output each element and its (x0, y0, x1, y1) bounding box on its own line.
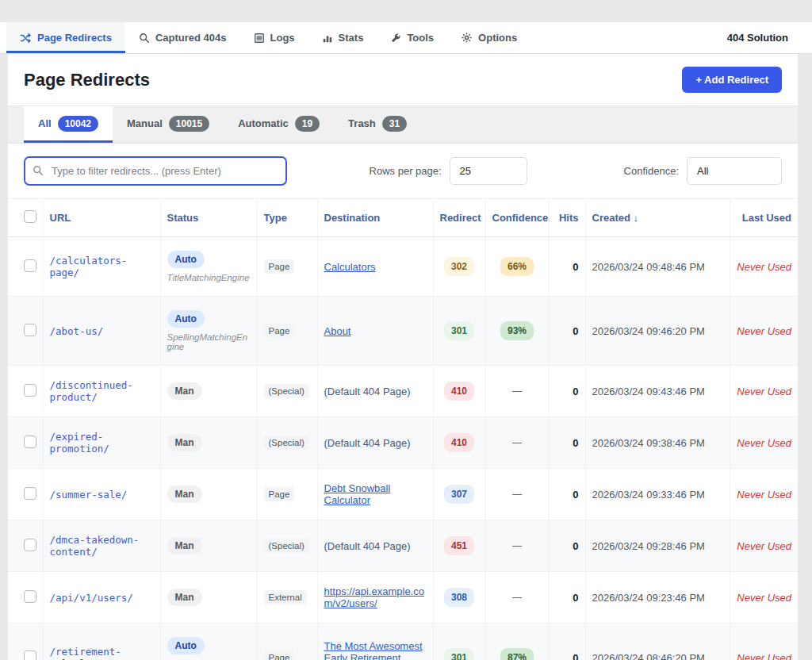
redirects-table: URL Status Type Destination Redirect Con… (8, 198, 798, 660)
tab-label: Trash (348, 117, 376, 129)
nav-tab-captured-404s[interactable]: Captured 404s (125, 22, 240, 53)
created-value: 2026/03/24 08:46:20 PM (592, 652, 705, 660)
row-url[interactable]: /summer-sale/ (50, 489, 128, 501)
row-checkbox[interactable] (24, 259, 36, 272)
hits-value: 0 (573, 540, 578, 552)
status-pill: Man (167, 485, 202, 503)
select-all-checkbox[interactable] (24, 210, 36, 223)
destination-link[interactable]: About (324, 325, 351, 337)
status-pill: Auto (167, 251, 205, 268)
tab-trash[interactable]: Trash 31 (334, 106, 421, 143)
row-url[interactable]: /dmca-takedown-content/ (50, 534, 140, 558)
row-url[interactable]: /abot-us/ (50, 325, 104, 337)
destination-link[interactable]: Debt Snowball Calculator (324, 482, 391, 506)
column-header-status[interactable]: Status (160, 199, 257, 237)
row-checkbox[interactable] (24, 436, 36, 448)
nav-tab-tools[interactable]: Tools (377, 22, 447, 53)
table-toolbar: Rows per page: 25 Confidence: All (8, 144, 798, 198)
confidence-badge: — (505, 536, 529, 555)
nav-tab-logs[interactable]: Logs (240, 22, 308, 53)
confidence-badge: — (505, 433, 529, 452)
row-checkbox[interactable] (24, 650, 36, 660)
row-checkbox[interactable] (24, 384, 36, 397)
rows-per-page-label: Rows per page: (370, 165, 442, 177)
column-header-destination[interactable]: Destination (317, 199, 433, 237)
row-url[interactable]: /calculators-page/ (50, 255, 128, 278)
column-header-url[interactable]: URL (43, 199, 160, 237)
confidence-filter-group: Confidence: All (624, 157, 782, 185)
destination-link[interactable]: https://api.example.com/v2/users/ (324, 585, 424, 609)
row-checkbox[interactable] (24, 324, 36, 336)
hits-value: 0 (573, 437, 578, 449)
tab-automatic[interactable]: Automatic 19 (224, 106, 334, 143)
destination-link[interactable]: Calculators (324, 261, 376, 273)
last-used-value: Never Used (737, 489, 791, 501)
row-url[interactable]: /discontinued-product/ (50, 379, 133, 403)
redirect-badge: 301 (444, 648, 474, 660)
redirect-badge: 302 (444, 257, 474, 276)
rows-per-page-select[interactable]: 25 (450, 157, 527, 185)
status-pill: Man (167, 537, 202, 554)
nav-tab-label: Tools (407, 32, 434, 44)
created-value: 2026/03/24 09:43:46 PM (592, 386, 705, 397)
column-header-last-used[interactable]: Last Used (730, 199, 798, 237)
destination-link: (Default 404 Page) (324, 386, 411, 397)
type-pill: Page (264, 324, 295, 338)
stats-icon (322, 33, 333, 44)
row-url[interactable]: /api/v1/users/ (50, 592, 133, 604)
row-checkbox[interactable] (24, 487, 36, 500)
confidence-badge: — (505, 382, 529, 401)
redirect-badge: 410 (444, 433, 474, 452)
page-redirects-panel: Page Redirects + Add Redirect All 10042 … (8, 54, 798, 660)
column-header-redirect[interactable]: Redirect (433, 199, 485, 237)
redirect-badge: 307 (444, 485, 474, 504)
filter-redirects-input[interactable] (24, 156, 287, 186)
last-used-value: Never Used (737, 652, 791, 660)
row-url[interactable]: /retirement-calculater/ (50, 646, 121, 660)
type-pill: (Special) (264, 436, 309, 450)
last-used-value: Never Used (737, 386, 791, 397)
tab-label: All (38, 117, 52, 129)
confidence-label: Confidence: (624, 165, 679, 177)
confidence-select[interactable]: All (687, 157, 782, 185)
redirect-badge: 301 (444, 321, 474, 340)
nav-tab-label: Page Redirects (37, 32, 112, 44)
column-header-created[interactable]: Created ↓ (585, 199, 730, 237)
nav-tab-stats[interactable]: Stats (308, 22, 377, 53)
redirect-badge: 410 (444, 382, 474, 401)
type-pill: External (264, 590, 307, 604)
redirect-badge: 451 (444, 536, 474, 555)
confidence-badge: — (505, 485, 529, 504)
table-row: /calculators-page/ Auto TitleMatchingEng… (8, 237, 798, 297)
search-box (24, 156, 287, 186)
nav-tab-label: Options (478, 32, 517, 44)
tab-count-badge: 10042 (58, 116, 98, 132)
hits-value: 0 (573, 325, 578, 337)
page-top-gutter (0, 0, 812, 22)
logs-icon (254, 33, 265, 44)
column-header-type[interactable]: Type (257, 199, 317, 237)
tab-label: Manual (127, 117, 163, 129)
nav-tab-options[interactable]: Options (447, 22, 530, 53)
column-header-confidence[interactable]: Confidence (485, 199, 549, 237)
status-pill: Auto (167, 637, 205, 654)
nav-tab-page-redirects[interactable]: Page Redirects (6, 22, 125, 53)
last-used-value: Never Used (737, 540, 791, 552)
tab-all[interactable]: All 10042 (24, 106, 113, 143)
row-checkbox[interactable] (24, 590, 36, 603)
status-engine: SpellingMatchingEngine (167, 332, 251, 351)
tab-manual[interactable]: Manual 10015 (113, 106, 224, 143)
plugin-brand: 404 Solution (727, 22, 788, 53)
confidence-badge: 93% (500, 321, 534, 340)
destination-link: (Default 404 Page) (324, 540, 411, 552)
last-used-value: Never Used (737, 261, 791, 273)
status-pill: Man (167, 382, 202, 400)
table-row: /dmca-takedown-content/ Man (Special) (D… (8, 520, 798, 572)
add-redirect-button[interactable]: + Add Redirect (682, 67, 782, 93)
column-header-hits[interactable]: Hits (549, 199, 585, 237)
type-pill: Page (264, 259, 295, 274)
destination-link[interactable]: The Most Awesomest Early Retirement Calc… (324, 640, 423, 660)
row-url[interactable]: /expired-promotion/ (50, 431, 109, 455)
type-pill: Page (264, 650, 295, 660)
row-checkbox[interactable] (24, 539, 36, 551)
